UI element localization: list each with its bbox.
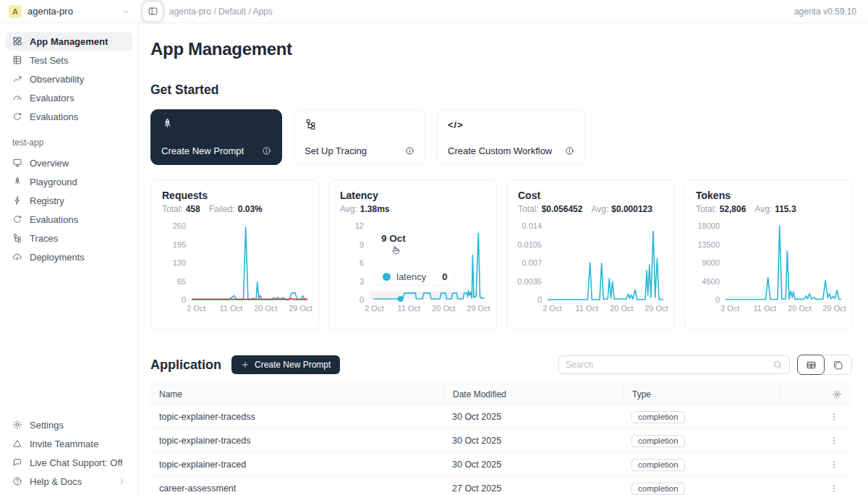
card-view-button[interactable] [824, 355, 851, 374]
info-icon[interactable] [565, 146, 574, 156]
cell-name: topic-explainer-traced [150, 460, 443, 470]
y-axis-labels: 129630 [340, 224, 364, 301]
sidebar-item-label: Test Sets [30, 55, 68, 66]
x-axis-labels: 2 Oct11 Oct20 Oct29 Oct [192, 304, 308, 316]
sidebar-item-label: Settings [30, 420, 64, 431]
sidebar-item-label: App Management [30, 36, 108, 47]
sidebar-item-overview[interactable]: Overview [6, 153, 132, 172]
table-row[interactable]: topic-explainer-traced30 Oct 2025complet… [150, 453, 852, 477]
test-sets-icon [12, 55, 22, 65]
chart-card-cost: CostTotal:$0.056452Avg:$0.0001230.0140.0… [506, 179, 675, 330]
table-settings-gear-icon[interactable] [832, 389, 842, 399]
chart-card-tokens: TokensTotal:52,806Avg:115.31800013500900… [684, 179, 853, 330]
sidebar-item-observability[interactable]: Observability [6, 69, 132, 88]
table-row[interactable]: career-assessment27 Oct 2025completion [150, 477, 852, 495]
charts-row: RequestsTotal:458Failed:0.03%26019513065… [150, 179, 852, 330]
row-menu-button[interactable] [829, 483, 839, 494]
create-new-prompt-button[interactable]: Create New Prompt [231, 355, 340, 374]
chevron-right-icon [118, 478, 126, 486]
main-content: App Management Get Started Create New Pr… [139, 23, 868, 495]
cloud-upload-icon [12, 252, 22, 262]
sidebar-item-evaluators[interactable]: Evaluators [6, 88, 132, 107]
chart-plot: 9 Octlatency0 [370, 224, 485, 301]
application-heading: Application [150, 358, 221, 373]
table-view-button[interactable] [797, 355, 825, 375]
sidebar-item-settings[interactable]: Settings [6, 415, 132, 434]
cell-date-modified: 30 Oct 2025 [443, 436, 623, 446]
card-label: Set Up Tracing [305, 145, 367, 156]
search-box [558, 355, 790, 374]
top-bar: A agenta-pro agenta-pro / Default / Apps… [0, 0, 868, 23]
sidebar-toggle-button[interactable] [143, 2, 162, 21]
sidebar-item-live-chat-support-off[interactable]: Live Chat Support: Off [6, 453, 132, 472]
search-input[interactable] [566, 360, 768, 370]
search-icon[interactable] [773, 360, 783, 370]
row-menu-button[interactable] [829, 436, 839, 446]
view-toggle [797, 355, 852, 375]
card-label: Create Custom Workflow [448, 145, 552, 156]
cell-name: career-assessment [150, 483, 443, 494]
sidebar-item-traces[interactable]: Traces [6, 229, 132, 248]
org-switcher[interactable]: A agenta-pro [0, 5, 139, 18]
chart-card-requests: RequestsTotal:458Failed:0.03%26019513065… [150, 179, 319, 330]
code-icon: </> [448, 118, 574, 131]
sidebar-item-app-management[interactable]: App Management [6, 32, 132, 51]
info-icon[interactable] [405, 146, 414, 156]
cell-type: completion [623, 411, 780, 423]
sidebar-item-evaluations[interactable]: Evaluations [6, 107, 132, 126]
sidebar-item-label: Evaluators [30, 93, 74, 103]
project-label: test-app [12, 138, 138, 148]
row-menu-button[interactable] [829, 460, 839, 470]
sidebar-item-playground[interactable]: Playground [6, 172, 132, 191]
tooltip-date: 9 Oct [381, 233, 406, 244]
sidebar-item-label: Overview [30, 158, 69, 169]
sidebar-item-label: Traces [30, 233, 58, 244]
chart-plot [548, 224, 663, 301]
sidebar-item-deployments[interactable]: Deployments [6, 248, 132, 266]
lightning-icon [12, 195, 22, 206]
get-started-card-create-new-prompt[interactable]: Create New Prompt [150, 109, 282, 165]
info-icon[interactable] [262, 146, 271, 156]
cell-type: completion [623, 435, 780, 447]
branch-icon [12, 233, 22, 243]
sidebar-item-label: Invite Teammate [30, 439, 98, 449]
y-axis-labels: 0.0140.01050.0070.00350 [518, 224, 542, 301]
sidebar-main-nav: App ManagementTest SetsObservabilityEval… [0, 32, 138, 126]
row-menu-button[interactable] [829, 412, 839, 422]
page-title: App Management [150, 39, 852, 59]
rocket-icon [161, 118, 271, 130]
applications-table: Name Date Modified Type topic-explainer-… [150, 384, 852, 495]
sidebar-item-label: Evaluations [30, 214, 78, 225]
sidebar-item-invite-teammate[interactable]: Invite Teammate [6, 434, 132, 453]
series-dot [383, 273, 391, 281]
sidebar-footer-nav: SettingsInvite TeammateLive Chat Support… [0, 415, 138, 495]
chevron-down-icon [122, 7, 130, 16]
chart-stats: Total:52,806Avg:115.3 [696, 204, 841, 214]
sidebar-item-label: Live Chat Support: Off [30, 457, 122, 468]
x-axis-labels: 2 Oct11 Oct20 Oct29 Oct [370, 304, 486, 316]
hand-cursor-icon [390, 245, 401, 255]
chart-stats: Total:458Failed:0.03% [162, 204, 307, 214]
get-started-card-create-custom-workflow[interactable]: </>Create Custom Workflow [437, 109, 585, 165]
sidebar-item-label: Registry [30, 195, 64, 206]
table-row[interactable]: topic-explainer-traceds30 Oct 2025comple… [150, 429, 852, 453]
sidebar-item-help-docs[interactable]: Help & Docs [6, 472, 132, 491]
sidebar-item-test-sets[interactable]: Test Sets [6, 51, 132, 69]
chart-title: Latency [340, 190, 485, 201]
sidebar-item-label: Evaluations [30, 111, 78, 122]
sidebar-item-registry[interactable]: Registry [6, 191, 132, 210]
type-badge: completion [631, 483, 685, 495]
get-started-card-set-up-tracing[interactable]: Set Up Tracing [294, 109, 425, 165]
column-header-type[interactable]: Type [623, 384, 780, 405]
table-row[interactable]: topic-explainer-tracedss30 Oct 2025compl… [150, 405, 852, 429]
chart-card-latency: LatencyAvg:1.38ms1296309 Octlatency02 Oc… [328, 179, 497, 330]
get-started-cards: Create New PromptSet Up Tracing</>Create… [150, 109, 852, 165]
table-header: Name Date Modified Type [150, 384, 852, 405]
column-header-date-modified[interactable]: Date Modified [443, 384, 623, 405]
sidebar-item-evaluations[interactable]: Evaluations [6, 210, 132, 229]
triangle-icon [12, 439, 22, 449]
column-header-name[interactable]: Name [150, 384, 443, 405]
chart-tooltip: latency0 [375, 269, 454, 284]
cell-date-modified: 27 Oct 2025 [443, 483, 623, 494]
sidebar-item-label: Deployments [30, 252, 85, 263]
